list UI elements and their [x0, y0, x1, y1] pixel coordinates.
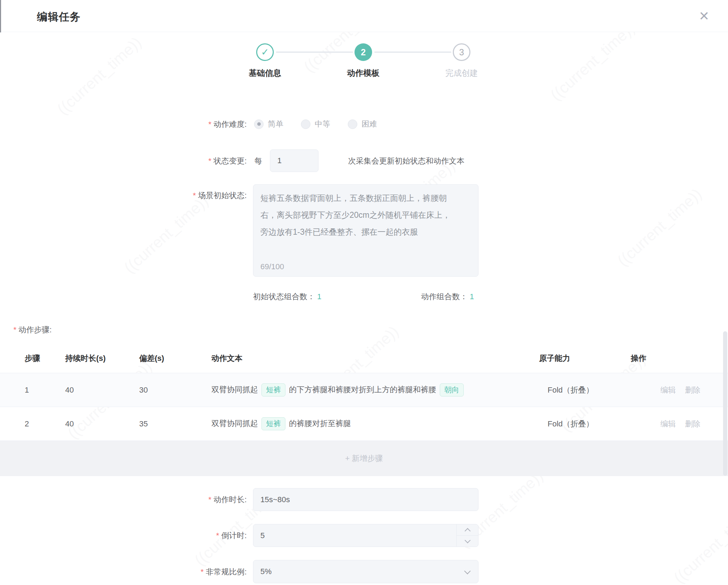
- edit-task-dialog: ((current_time)) ((current_time)) ((curr…: [0, 0, 728, 585]
- required-asterisk: *: [216, 531, 219, 540]
- radio-option-medium[interactable]: 中等: [301, 119, 330, 129]
- col-header-duration: 持续时长(s): [65, 353, 139, 364]
- object-tag: 短裤: [261, 417, 285, 430]
- unusual-ratio-select[interactable]: 5%: [253, 560, 479, 583]
- state-change-value: 1: [277, 156, 282, 165]
- cell-duration: 40: [65, 386, 139, 395]
- radio-circle: [301, 119, 310, 129]
- required-asterisk: *: [200, 567, 204, 576]
- unusual-ratio-label: *非常规比例:: [0, 567, 247, 577]
- initial-combo-value: 1: [317, 292, 321, 301]
- dialog-title: 编辑任务: [37, 10, 81, 24]
- cell-ability: Fold（折叠）: [539, 385, 631, 395]
- col-header-ability: 原子能力: [539, 353, 631, 364]
- delete-link[interactable]: 删除: [685, 385, 701, 395]
- radio-label: 中等: [315, 119, 330, 129]
- unusual-ratio-value: 5%: [260, 567, 272, 576]
- step-connector-2: [374, 51, 451, 53]
- required-asterisk: *: [208, 120, 211, 129]
- spinner-down-button[interactable]: [457, 536, 478, 547]
- cell-action-text: 双臂协同抓起短裤的裤腰对折至裤腿: [211, 417, 539, 430]
- cell-ability: Fold（折叠）: [539, 419, 631, 429]
- scrollbar-thumb[interactable]: [723, 331, 727, 476]
- col-header-ops: 操作: [631, 353, 728, 364]
- step-1-label: 基础信息: [226, 68, 304, 79]
- col-header-text: 动作文本: [211, 353, 539, 364]
- radio-label: 困难: [362, 119, 377, 129]
- countdown-label: *倒计时:: [0, 530, 247, 541]
- initial-state-label: *场景初始状态:: [0, 190, 247, 201]
- char-counter: 69/100: [260, 262, 284, 271]
- required-asterisk: *: [208, 156, 211, 165]
- col-header-step: 步骤: [25, 353, 65, 364]
- cell-deviation: 35: [139, 419, 211, 429]
- radio-label: 简单: [268, 119, 283, 129]
- action-steps-table: 步骤 持续时长(s) 偏差(s) 动作文本 原子能力 操作 1 40 30 双臂…: [0, 344, 728, 476]
- initial-state-textarea[interactable]: 短裤五条数据背面朝上，五条数据正面朝上，裤腰朝右，离头部视野下方至少20cm之外…: [253, 184, 479, 277]
- initial-state-value: 短裤五条数据背面朝上，五条数据正面朝上，裤腰朝右，离头部视野下方至少20cm之外…: [260, 190, 452, 240]
- duration-value: 15s~80s: [260, 495, 290, 504]
- table-row: 2 40 35 双臂协同抓起短裤的裤腰对折至裤腿 Fold（折叠） 编辑 删除: [0, 407, 728, 441]
- required-asterisk: *: [208, 495, 211, 504]
- step-2-circle: 2: [354, 43, 372, 61]
- countdown-input[interactable]: 5: [253, 524, 479, 547]
- state-change-label: *状态变更:: [0, 156, 247, 166]
- chevron-up-icon: [464, 528, 470, 534]
- chevron-down-icon: [464, 568, 470, 574]
- cell-step: 1: [25, 386, 65, 395]
- radio-option-hard[interactable]: 困难: [348, 119, 377, 129]
- action-combo-value: 1: [470, 292, 474, 301]
- dialog-header: 编辑任务 ✕: [0, 0, 728, 32]
- col-header-deviation: 偏差(s): [139, 353, 211, 364]
- step-connector-1: [276, 51, 353, 53]
- page-edge-strip: [0, 0, 1, 32]
- cell-action-text: 双臂协同抓起短裤的下方裤腿和裤腰对折到上方的裤腿和裤腰朝向: [211, 383, 539, 396]
- action-combo-count: 动作组合数：1: [421, 291, 474, 302]
- step-1-check-icon: ✓: [256, 43, 274, 61]
- state-change-input[interactable]: 1: [270, 149, 319, 172]
- table-row: 1 40 30 双臂协同抓起短裤的下方裤腿和裤腰对折到上方的裤腿和裤腰朝向 Fo…: [0, 373, 728, 407]
- radio-circle-checked: [254, 119, 264, 129]
- required-asterisk: *: [193, 191, 196, 200]
- required-asterisk: *: [13, 325, 17, 334]
- action-steps-label: *动作步骤:: [13, 325, 52, 335]
- edit-link[interactable]: 编辑: [660, 385, 676, 395]
- duration-input[interactable]: 15s~80s: [253, 488, 479, 511]
- state-change-suffix: 次采集会更新初始状态和动作文本: [348, 156, 464, 166]
- object-tag: 短裤: [261, 383, 285, 396]
- initial-combo-count: 初始状态组合数：1: [253, 291, 321, 302]
- duration-label: *动作时长:: [0, 494, 247, 505]
- difficulty-label: *动作难度:: [0, 119, 247, 130]
- orientation-tag: 朝向: [440, 383, 464, 396]
- spinner-up-button[interactable]: [457, 524, 478, 536]
- cell-operations: 编辑 删除: [631, 419, 728, 429]
- radio-option-easy[interactable]: 简单: [254, 119, 283, 129]
- step-3-label: 完成创建: [423, 68, 500, 79]
- cell-duration: 40: [65, 419, 139, 429]
- radio-circle: [348, 119, 357, 129]
- close-icon[interactable]: ✕: [695, 7, 713, 25]
- state-change-prefix: 每: [254, 156, 262, 166]
- step-3-circle: 3: [453, 43, 470, 61]
- cell-operations: 编辑 删除: [631, 385, 728, 395]
- add-step-button[interactable]: + 新增步骤: [0, 441, 728, 476]
- cell-step: 2: [25, 419, 65, 429]
- delete-link[interactable]: 删除: [685, 419, 701, 429]
- step-2-label: 动作模板: [325, 68, 402, 79]
- difficulty-radio-group: 简单 中等 困难: [254, 118, 377, 130]
- number-spinner: [456, 524, 478, 547]
- countdown-value: 5: [260, 531, 265, 540]
- cell-deviation: 30: [139, 386, 211, 395]
- table-header-row: 步骤 持续时长(s) 偏差(s) 动作文本 原子能力 操作: [0, 344, 728, 373]
- chevron-down-icon: [464, 537, 470, 543]
- edit-link[interactable]: 编辑: [660, 419, 676, 429]
